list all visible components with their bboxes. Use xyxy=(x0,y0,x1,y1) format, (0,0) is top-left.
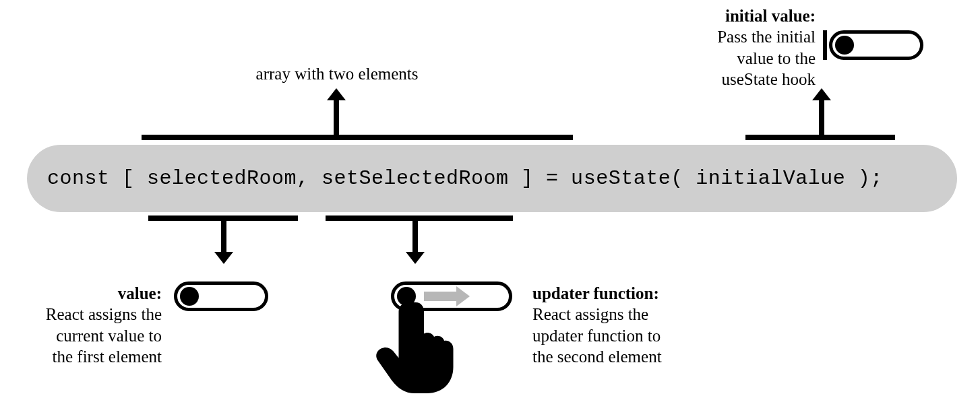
value-toggle-icon xyxy=(174,281,268,311)
initial-value-annotation: initial value: Pass the initial value to… xyxy=(634,5,816,90)
array-arrow-up xyxy=(334,98,339,135)
value-arrow-down xyxy=(221,221,226,255)
updater-bracket xyxy=(326,215,513,221)
value-bracket xyxy=(148,215,298,221)
toggle-knob xyxy=(835,36,854,55)
initial-value-toggle-icon xyxy=(829,30,923,60)
array-bracket xyxy=(142,135,573,140)
updater-arrow-down xyxy=(412,221,418,255)
updater-annotation: updater function: React assigns the upda… xyxy=(532,283,721,367)
value-annotation: value: React assigns the current value t… xyxy=(0,283,162,367)
array-annotation: array with two elements xyxy=(236,63,438,84)
toggle-knob xyxy=(180,287,199,306)
code-text: const [ selectedRoom, setSelectedRoom ] … xyxy=(47,167,883,190)
initial-value-arrow-up xyxy=(819,98,824,135)
initial-value-bracket xyxy=(745,135,895,140)
code-bar: const [ selectedRoom, setSelectedRoom ] … xyxy=(27,145,957,212)
pointing-hand-icon xyxy=(369,296,470,398)
